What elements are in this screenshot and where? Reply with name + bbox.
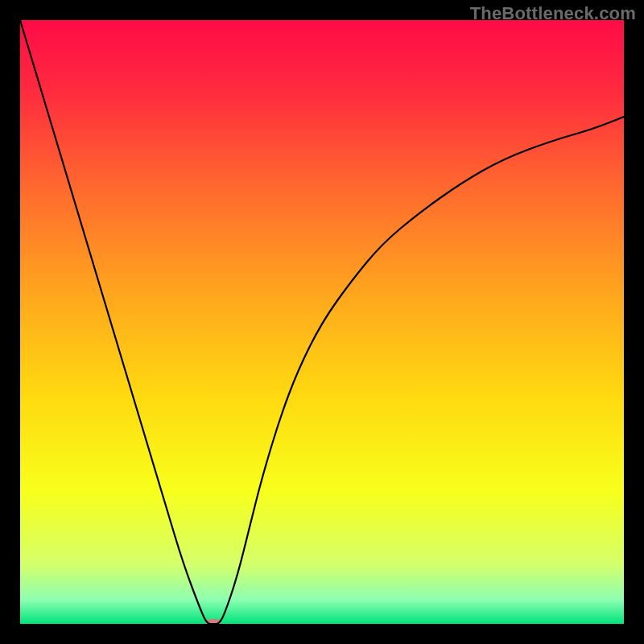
chart-svg xyxy=(20,20,624,624)
chart-frame: TheBottleneck.com xyxy=(0,0,644,644)
plot-area xyxy=(20,20,624,624)
